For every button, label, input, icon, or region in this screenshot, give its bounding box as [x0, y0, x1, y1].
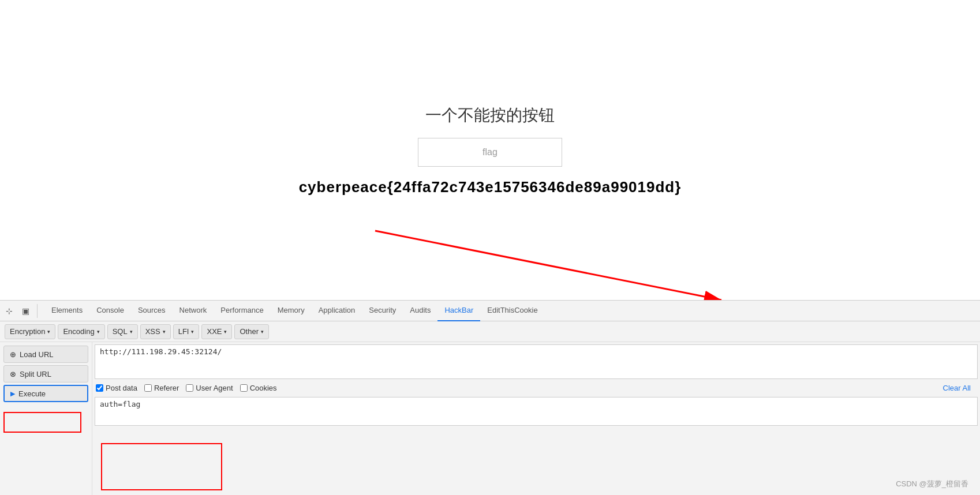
execute-label: Execute [18, 389, 46, 398]
hackbar-sidebar: ⊕ Load URL ⊗ Split URL ▶ Execute [0, 342, 92, 495]
globe-icon: ⊕ [10, 350, 16, 359]
device-icon[interactable]: ▣ [18, 304, 32, 318]
hackbar-main-area: Post data Referer User Agent Cookies Cle… [92, 342, 980, 495]
load-url-label: Load URL [20, 350, 54, 359]
cookies-label: Cookies [250, 384, 277, 392]
play-icon: ▶ [10, 390, 15, 397]
load-url-button[interactable]: ⊕ Load URL [3, 346, 88, 363]
tab-editthiscookie[interactable]: EditThisCookie [480, 301, 544, 321]
xss-arrow-icon: ▾ [163, 329, 166, 335]
post-data-checkbox-label[interactable]: Post data [96, 384, 137, 392]
execute-button[interactable]: ▶ Execute [3, 385, 88, 402]
xss-label: XSS [145, 327, 160, 336]
xss-dropdown[interactable]: XSS ▾ [140, 324, 171, 339]
devtools-panel: ⊹ ▣ Elements Console Sources Network Per… [0, 300, 980, 495]
encoding-arrow-icon: ▾ [97, 329, 100, 335]
other-arrow-icon: ▾ [261, 329, 264, 335]
flag-button-label: flag [482, 147, 498, 158]
devtools-icon-group: ⊹ ▣ [2, 304, 38, 318]
split-url-label: Split URL [20, 370, 51, 378]
tab-console[interactable]: Console [89, 301, 131, 321]
tab-elements[interactable]: Elements [44, 301, 89, 321]
lfi-dropdown[interactable]: LFI ▾ [173, 324, 200, 339]
split-icon: ⊗ [10, 370, 16, 378]
page-content: 一个不能按的按钮 flag cyberpeace{24ffa72c743e157… [0, 0, 980, 300]
post-data-bar: Post data Referer User Agent Cookies Cle… [95, 381, 978, 395]
sql-arrow-icon: ▾ [130, 329, 133, 335]
referer-checkbox-label[interactable]: Referer [144, 384, 179, 392]
csdn-watermark: CSDN @菠萝_橙留香 [896, 479, 968, 489]
lfi-arrow-icon: ▾ [191, 329, 194, 335]
sql-label: SQL [113, 327, 128, 336]
tab-performance[interactable]: Performance [214, 301, 270, 321]
cookies-checkbox-label[interactable]: Cookies [240, 384, 277, 392]
flag-button[interactable]: flag [418, 138, 562, 167]
tab-application[interactable]: Application [312, 301, 362, 321]
url-input[interactable] [95, 344, 978, 379]
encoding-label: Encoding [63, 327, 94, 336]
tab-hackbar[interactable]: HackBar [437, 301, 480, 321]
user-agent-checkbox[interactable] [186, 384, 193, 392]
inspect-icon[interactable]: ⊹ [2, 304, 16, 318]
xxe-dropdown[interactable]: XXE ▾ [201, 324, 232, 339]
clear-all-link[interactable]: Clear All [943, 384, 971, 392]
referer-label: Referer [154, 384, 179, 392]
encryption-dropdown[interactable]: Encryption ▾ [5, 324, 55, 339]
sql-dropdown[interactable]: SQL ▾ [107, 324, 138, 339]
cookies-checkbox[interactable] [240, 384, 248, 392]
devtools-tab-bar: ⊹ ▣ Elements Console Sources Network Per… [0, 301, 980, 321]
post-data-input[interactable] [95, 397, 978, 426]
watermark-text: CSDN @菠萝_橙留香 [896, 479, 968, 488]
xxe-arrow-icon: ▾ [224, 329, 227, 335]
tab-sources[interactable]: Sources [131, 301, 173, 321]
encoding-dropdown[interactable]: Encoding ▾ [58, 324, 104, 339]
encryption-arrow-icon: ▾ [47, 329, 50, 335]
post-data-checkbox[interactable] [96, 384, 103, 392]
referer-checkbox[interactable] [144, 384, 152, 392]
other-label: Other [240, 327, 259, 336]
post-data-label: Post data [106, 384, 137, 392]
other-dropdown[interactable]: Other ▾ [234, 324, 269, 339]
tab-memory[interactable]: Memory [271, 301, 312, 321]
hackbar-content: ⊕ Load URL ⊗ Split URL ▶ Execute Post da… [0, 342, 980, 495]
hackbar-toolbar: Encryption ▾ Encoding ▾ SQL ▾ XSS ▾ LFI … [0, 321, 980, 342]
flag-text: cyberpeace{24ffa72c743e15756346de89a9901… [299, 178, 682, 196]
user-agent-label: User Agent [196, 384, 233, 392]
split-url-button[interactable]: ⊗ Split URL [3, 365, 88, 382]
user-agent-checkbox-label[interactable]: User Agent [186, 384, 233, 392]
tab-network[interactable]: Network [173, 301, 214, 321]
tab-security[interactable]: Security [362, 301, 403, 321]
lfi-label: LFI [178, 327, 189, 336]
tab-audits[interactable]: Audits [403, 301, 437, 321]
page-title: 一个不能按的按钮 [425, 104, 555, 126]
xxe-label: XXE [207, 327, 222, 336]
encryption-label: Encryption [10, 327, 45, 336]
